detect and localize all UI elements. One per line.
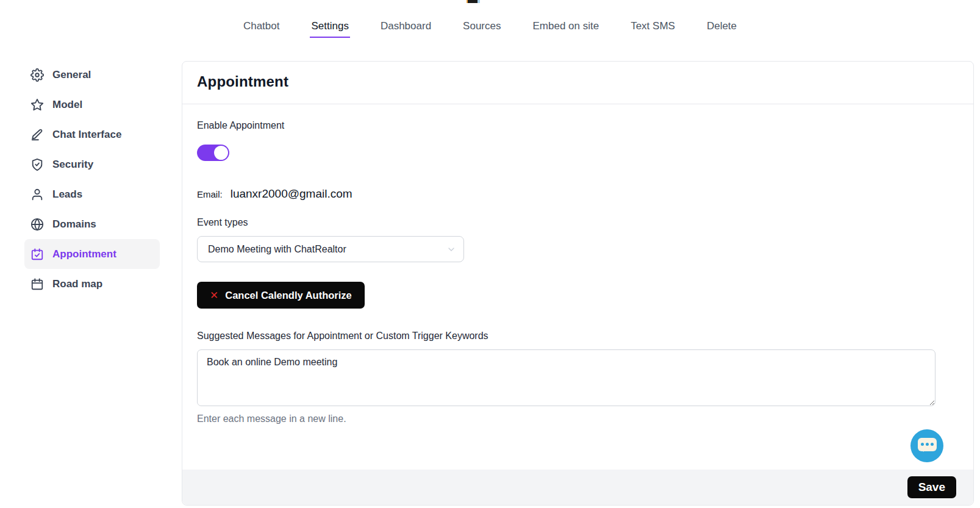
event-types-select[interactable]: Demo Meeting with ChatRealtor (197, 236, 464, 262)
cancel-calendly-authorize-label: Cancel Calendly Authorize (225, 290, 352, 301)
shield-check-icon (30, 158, 44, 171)
enable-appointment-label: Enable Appointment (197, 120, 959, 131)
cancel-calendly-authorize-button[interactable]: ✕ Cancel Calendly Authorize (197, 282, 365, 309)
settings-sidebar: General Model Chat Interface Security Le… (24, 60, 160, 299)
globe-icon (30, 218, 44, 231)
sidebar-item-label: Domains (52, 218, 96, 231)
tab-dashboard[interactable]: Dashboard (379, 20, 432, 38)
toggle-knob (214, 146, 228, 160)
chat-bubble-icon (918, 438, 937, 451)
panel-body: Enable Appointment Email: luanxr2000@gma… (182, 104, 973, 424)
tab-delete[interactable]: Delete (706, 20, 738, 38)
x-icon: ✕ (210, 290, 218, 301)
tab-chatbot[interactable]: Chatbot (242, 20, 281, 38)
top-nav: ChatbotSettingsDashboardSourcesEmbed on … (0, 20, 980, 38)
cropped-page-artifact (467, 0, 480, 3)
email-value: luanxr2000@gmail.com (231, 187, 352, 201)
tab-embed-on-site[interactable]: Embed on site (531, 20, 600, 38)
sidebar-item-label: Leads (52, 188, 82, 201)
sidebar-item-label: Appointment (52, 248, 116, 260)
panel-footer: Save (182, 470, 973, 505)
page-title: Appointment (197, 73, 959, 90)
star-icon (30, 98, 44, 112)
sidebar-item-label: Security (52, 159, 93, 171)
sidebar-item-general[interactable]: General (24, 60, 160, 90)
sidebar-item-leads[interactable]: Leads (24, 179, 160, 209)
tab-settings[interactable]: Settings (310, 20, 349, 38)
sidebar-item-label: Road map (52, 278, 102, 290)
suggested-messages-hint: Enter each message in a new line. (197, 413, 959, 424)
email-row: Email: luanxr2000@gmail.com (197, 187, 959, 201)
calendar-check-icon (30, 248, 44, 261)
sidebar-item-label: Model (52, 99, 82, 111)
email-label: Email: (197, 189, 223, 199)
tab-sources[interactable]: Sources (462, 20, 502, 38)
appointment-panel: Appointment Enable Appointment Email: lu… (182, 61, 974, 506)
tab-text-sms[interactable]: Text SMS (629, 20, 676, 38)
sidebar-item-security[interactable]: Security (24, 149, 160, 179)
chevron-down-icon (446, 245, 456, 254)
suggested-messages-textarea[interactable]: Book an online Demo meeting (197, 349, 935, 406)
sidebar-item-model[interactable]: Model (24, 90, 160, 120)
enable-appointment-toggle[interactable] (197, 145, 229, 161)
sidebar-item-road-map[interactable]: Road map (24, 269, 160, 299)
sidebar-item-appointment[interactable]: Appointment (24, 239, 160, 269)
sidebar-item-chat-interface[interactable]: Chat Interface (24, 120, 160, 149)
sidebar-item-label: General (52, 69, 91, 81)
chat-widget-button[interactable] (910, 429, 943, 462)
user-icon (30, 188, 44, 201)
app-root: ChatbotSettingsDashboardSourcesEmbed on … (0, 0, 980, 508)
pencil-edit-icon (30, 128, 44, 141)
save-button[interactable]: Save (907, 476, 956, 498)
suggested-messages-label: Suggested Messages for Appointment or Cu… (197, 331, 959, 342)
event-types-selected-value: Demo Meeting with ChatRealtor (208, 244, 346, 255)
calendar-icon (30, 277, 44, 291)
gear-icon (30, 68, 44, 82)
sidebar-item-domains[interactable]: Domains (24, 209, 160, 239)
sidebar-item-label: Chat Interface (52, 129, 121, 141)
event-types-label: Event types (197, 217, 959, 228)
panel-header: Appointment (182, 62, 973, 104)
